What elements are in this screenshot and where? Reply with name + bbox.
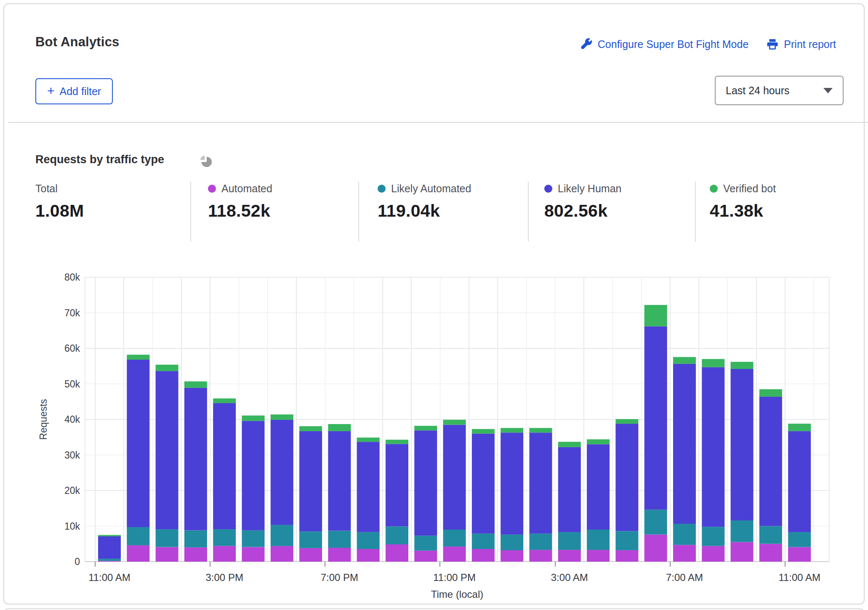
bar-segment-verified-bot[interactable] bbox=[127, 355, 149, 360]
bar-segment-automated[interactable] bbox=[98, 561, 121, 562]
bar-segment-verified-bot[interactable] bbox=[731, 362, 754, 369]
bar-segment-verified-bot[interactable] bbox=[788, 424, 811, 431]
bar-segment-verified-bot[interactable] bbox=[615, 419, 638, 424]
bar-segment-automated[interactable] bbox=[328, 548, 351, 562]
chart-bar[interactable] bbox=[558, 442, 581, 562]
chart-bar[interactable] bbox=[184, 382, 207, 562]
bar-segment-likely-human[interactable] bbox=[587, 444, 610, 530]
bar-segment-likely-human[interactable] bbox=[357, 442, 380, 532]
chart-bar[interactable] bbox=[731, 362, 754, 562]
bar-segment-verified-bot[interactable] bbox=[501, 428, 523, 432]
chart-bar[interactable] bbox=[759, 389, 782, 562]
bar-segment-likely-automated[interactable] bbox=[731, 520, 754, 542]
chart-bar[interactable] bbox=[673, 357, 696, 562]
chart-bar[interactable] bbox=[271, 414, 293, 562]
bar-segment-verified-bot[interactable] bbox=[98, 535, 121, 536]
bar-segment-automated[interactable] bbox=[414, 551, 437, 562]
bar-segment-likely-automated[interactable] bbox=[386, 526, 408, 544]
bar-segment-likely-automated[interactable] bbox=[702, 527, 724, 546]
bar-segment-likely-human[interactable] bbox=[414, 430, 437, 536]
bar-segment-verified-bot[interactable] bbox=[213, 398, 236, 403]
chart-bar[interactable] bbox=[472, 429, 495, 562]
bar-segment-likely-human[interactable] bbox=[386, 444, 408, 526]
bar-segment-likely-human[interactable] bbox=[242, 421, 265, 530]
bar-segment-automated[interactable] bbox=[558, 550, 581, 562]
bar-segment-likely-automated[interactable] bbox=[530, 533, 552, 550]
bar-segment-automated[interactable] bbox=[213, 546, 236, 562]
bar-segment-likely-human[interactable] bbox=[98, 536, 121, 559]
chart-bar[interactable] bbox=[328, 424, 351, 562]
bar-segment-likely-human[interactable] bbox=[673, 364, 696, 524]
bar-segment-verified-bot[interactable] bbox=[472, 429, 495, 434]
bar-segment-likely-automated[interactable] bbox=[271, 525, 293, 546]
bar-segment-automated[interactable] bbox=[184, 547, 207, 562]
chart-bar[interactable] bbox=[156, 365, 178, 562]
bar-segment-automated[interactable] bbox=[271, 546, 293, 562]
bar-segment-likely-automated[interactable] bbox=[242, 530, 265, 547]
bar-segment-likely-automated[interactable] bbox=[443, 530, 466, 546]
bar-segment-likely-human[interactable] bbox=[213, 403, 236, 529]
bar-segment-likely-human[interactable] bbox=[644, 326, 667, 510]
bar-segment-likely-human[interactable] bbox=[558, 447, 581, 532]
chart-bar[interactable] bbox=[414, 426, 437, 562]
bar-segment-automated[interactable] bbox=[386, 544, 408, 562]
bar-segment-verified-bot[interactable] bbox=[587, 439, 610, 444]
bar-segment-likely-automated[interactable] bbox=[184, 530, 207, 548]
bar-segment-likely-automated[interactable] bbox=[127, 527, 149, 545]
bar-segment-likely-automated[interactable] bbox=[759, 526, 782, 544]
bar-segment-likely-automated[interactable] bbox=[414, 536, 437, 551]
bar-segment-likely-human[interactable] bbox=[702, 367, 724, 527]
chart-bar[interactable] bbox=[299, 426, 322, 562]
bar-segment-automated[interactable] bbox=[615, 550, 638, 562]
bar-segment-automated[interactable] bbox=[530, 550, 552, 562]
bar-segment-automated[interactable] bbox=[673, 545, 696, 562]
bar-segment-verified-bot[interactable] bbox=[328, 424, 351, 431]
bar-segment-automated[interactable] bbox=[501, 550, 523, 562]
chart-bar[interactable] bbox=[443, 420, 466, 562]
bar-segment-automated[interactable] bbox=[156, 547, 178, 562]
bar-segment-likely-automated[interactable] bbox=[644, 510, 667, 535]
bar-segment-likely-automated[interactable] bbox=[213, 529, 236, 546]
bar-segment-likely-automated[interactable] bbox=[299, 531, 322, 548]
bar-segment-automated[interactable] bbox=[587, 550, 610, 562]
bar-segment-automated[interactable] bbox=[357, 549, 380, 562]
chart-bar[interactable] bbox=[587, 439, 610, 562]
bar-segment-likely-human[interactable] bbox=[156, 371, 178, 529]
chart-bar[interactable] bbox=[702, 359, 724, 562]
bar-segment-automated[interactable] bbox=[443, 546, 466, 562]
bar-segment-likely-human[interactable] bbox=[184, 388, 207, 530]
bar-segment-automated[interactable] bbox=[127, 545, 149, 562]
bar-segment-verified-bot[interactable] bbox=[414, 426, 437, 430]
bar-segment-verified-bot[interactable] bbox=[357, 438, 380, 442]
bar-segment-likely-automated[interactable] bbox=[788, 532, 811, 547]
bar-segment-likely-automated[interactable] bbox=[472, 533, 495, 549]
chart-bar[interactable] bbox=[501, 428, 523, 562]
bar-segment-likely-automated[interactable] bbox=[673, 524, 696, 545]
bar-segment-likely-human[interactable] bbox=[530, 432, 552, 533]
bar-segment-verified-bot[interactable] bbox=[271, 414, 293, 420]
bar-segment-likely-human[interactable] bbox=[731, 369, 754, 520]
chart-bar[interactable] bbox=[386, 440, 408, 562]
bar-segment-likely-automated[interactable] bbox=[328, 531, 351, 548]
bar-segment-automated[interactable] bbox=[299, 548, 322, 562]
bar-segment-likely-automated[interactable] bbox=[357, 532, 380, 549]
bar-segment-likely-automated[interactable] bbox=[587, 530, 610, 550]
bar-segment-likely-human[interactable] bbox=[472, 434, 495, 533]
chart-bar[interactable] bbox=[213, 398, 236, 562]
bar-segment-likely-human[interactable] bbox=[328, 431, 351, 531]
chart-bar[interactable] bbox=[615, 419, 638, 562]
bar-segment-verified-bot[interactable] bbox=[386, 440, 408, 444]
bar-segment-likely-automated[interactable] bbox=[558, 532, 581, 550]
chart-bar[interactable] bbox=[98, 535, 121, 562]
bar-segment-verified-bot[interactable] bbox=[530, 428, 552, 432]
bar-segment-likely-automated[interactable] bbox=[98, 559, 121, 561]
bar-segment-likely-automated[interactable] bbox=[156, 529, 178, 547]
bar-segment-verified-bot[interactable] bbox=[299, 426, 322, 431]
bar-segment-verified-bot[interactable] bbox=[673, 357, 696, 364]
bar-segment-likely-human[interactable] bbox=[615, 424, 638, 531]
bar-segment-automated[interactable] bbox=[242, 547, 265, 562]
chart-bar[interactable] bbox=[530, 428, 552, 562]
bar-segment-automated[interactable] bbox=[759, 544, 782, 562]
bar-segment-automated[interactable] bbox=[702, 546, 724, 562]
bar-segment-likely-automated[interactable] bbox=[501, 535, 523, 550]
